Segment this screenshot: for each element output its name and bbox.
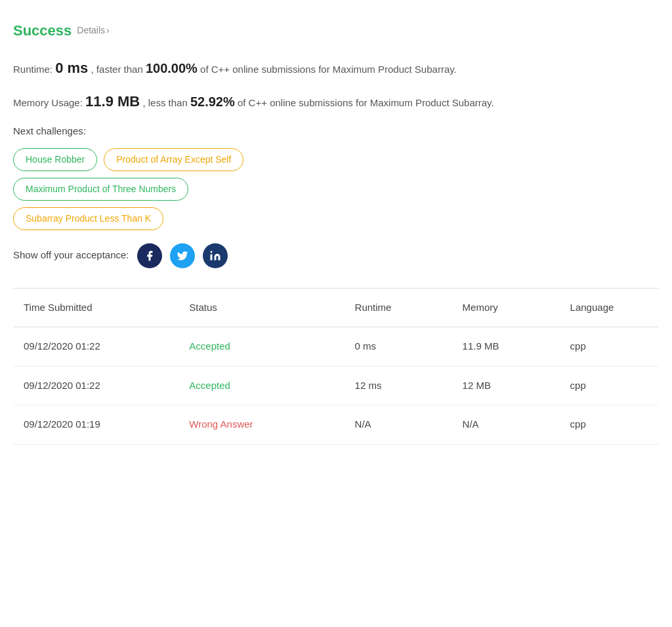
cell-status[interactable]: Accepted: [178, 327, 344, 367]
col-header-status: Status: [178, 289, 344, 327]
social-label: Show off your acceptance:: [13, 248, 129, 263]
challenges-row-2: Maximum Product of Three Numbers: [13, 178, 659, 201]
col-header-language: Language: [560, 289, 659, 327]
col-header-memory: Memory: [452, 289, 560, 327]
cell-language: cpp: [560, 405, 659, 445]
runtime-suffix: of C++ online submissions for Maximum Pr…: [200, 64, 457, 75]
cell-runtime: N/A: [345, 405, 452, 445]
memory-suffix: of C++ online submissions for Maximum Pr…: [238, 97, 494, 108]
chevron-icon: ›: [106, 24, 110, 37]
challenges-row-3: Subarray Product Less Than K: [13, 207, 659, 230]
challenges-row-1: House RobberProduct of Array Except Self: [13, 148, 659, 171]
submissions-table: Time Submitted Status Runtime Memory Lan…: [13, 289, 659, 445]
cell-memory: N/A: [452, 405, 560, 445]
details-label: Details: [77, 24, 105, 37]
result-header: Success Details ›: [13, 20, 659, 41]
cell-runtime: 12 ms: [345, 366, 452, 405]
table-body: 09/12/2020 01:22Accepted0 ms11.9 MBcpp09…: [13, 327, 659, 445]
cell-status[interactable]: Wrong Answer: [178, 405, 344, 445]
svg-point-1: [210, 251, 212, 253]
memory-middle: , less than: [142, 97, 187, 108]
social-row: Show off your acceptance:: [13, 243, 659, 268]
details-link[interactable]: Details ›: [77, 24, 109, 37]
memory-prefix: Memory Usage:: [13, 97, 83, 108]
table-row: 09/12/2020 01:22Accepted12 ms12 MBcpp: [13, 366, 659, 405]
table-row: 09/12/2020 01:22Accepted0 ms11.9 MBcpp: [13, 327, 659, 367]
runtime-value: 0 ms: [55, 60, 88, 76]
linkedin-icon[interactable]: [203, 243, 228, 268]
cell-time: 09/12/2020 01:22: [13, 327, 178, 367]
runtime-percent: 100.00%: [146, 61, 198, 75]
challenge-tag[interactable]: Product of Array Except Self: [104, 148, 243, 171]
facebook-icon[interactable]: [137, 243, 162, 268]
svg-rect-0: [210, 254, 212, 260]
table-row: 09/12/2020 01:19Wrong AnswerN/AN/Acpp: [13, 405, 659, 445]
memory-section: Memory Usage: 11.9 MB , less than 52.92%…: [13, 91, 659, 112]
challenge-tag[interactable]: Subarray Product Less Than K: [13, 207, 163, 230]
next-challenges-label: Next challenges:: [13, 124, 659, 139]
table-header-row: Time Submitted Status Runtime Memory Lan…: [13, 289, 659, 327]
challenges-container: House RobberProduct of Array Except Self…: [13, 148, 659, 230]
runtime-section: Runtime: 0 ms , faster than 100.00% of C…: [13, 57, 659, 79]
success-label: Success: [13, 20, 72, 41]
col-header-time: Time Submitted: [13, 289, 178, 327]
memory-percent: 52.92%: [190, 94, 235, 109]
cell-memory: 12 MB: [452, 366, 560, 405]
cell-time: 09/12/2020 01:22: [13, 366, 178, 405]
cell-language: cpp: [560, 327, 659, 367]
twitter-icon[interactable]: [170, 243, 195, 268]
memory-value: 11.9 MB: [85, 93, 140, 110]
challenge-tag[interactable]: House Robber: [13, 148, 97, 171]
challenge-tag[interactable]: Maximum Product of Three Numbers: [13, 178, 188, 201]
runtime-middle: , faster than: [91, 64, 143, 75]
cell-memory: 11.9 MB: [452, 327, 560, 367]
cell-language: cpp: [560, 366, 659, 405]
submissions-table-wrapper: Time Submitted Status Runtime Memory Lan…: [13, 289, 659, 445]
cell-time: 09/12/2020 01:19: [13, 405, 178, 445]
runtime-prefix: Runtime:: [13, 64, 52, 75]
cell-status[interactable]: Accepted: [178, 366, 344, 405]
cell-runtime: 0 ms: [345, 327, 452, 367]
col-header-runtime: Runtime: [345, 289, 452, 327]
